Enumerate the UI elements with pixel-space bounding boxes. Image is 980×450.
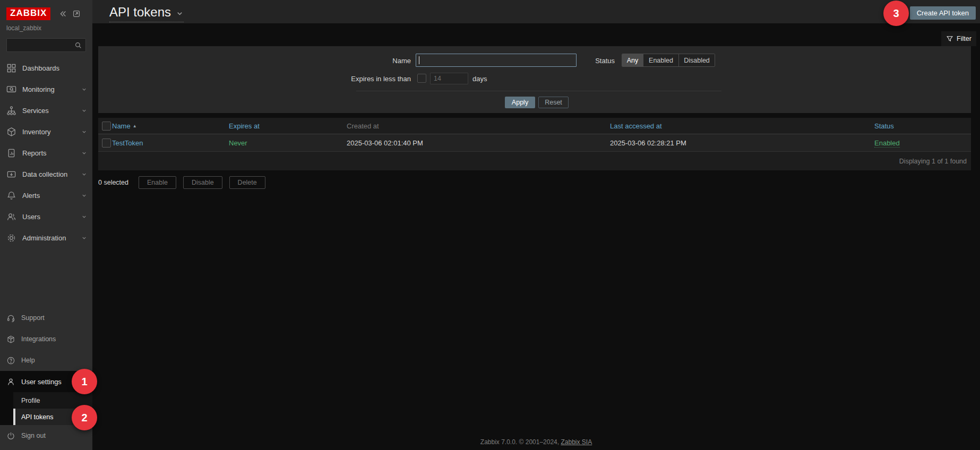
dashboards-icon [6, 63, 16, 73]
bulk-action-bar: 0 selected Enable Disable Delete [98, 176, 272, 189]
collapse-sidebar-icon[interactable] [58, 9, 67, 19]
sidebar-search[interactable] [6, 38, 86, 52]
page-title: API tokens [109, 5, 171, 20]
status-option-any[interactable]: Any [622, 54, 643, 66]
filter-tab[interactable]: Filter [941, 31, 976, 46]
expires-days-input[interactable]: 14 [430, 73, 468, 84]
token-name-link[interactable]: TestToken [112, 139, 143, 147]
sidebar-item-dashboards[interactable]: Dashboards [0, 57, 92, 79]
sidebar-item-users[interactable]: Users [0, 206, 92, 227]
sidebar-item-label: Sign out [21, 432, 46, 439]
data-collection-icon [6, 169, 16, 179]
chevron-down-icon [81, 150, 87, 156]
sidebar-item-label: Users [22, 213, 40, 221]
column-header-name[interactable]: Name [112, 122, 131, 130]
sidebar-item-inventory[interactable]: Inventory [0, 121, 92, 142]
sidebar-item-label: Integrations [21, 335, 56, 343]
sidebar-item-administration[interactable]: Administration [0, 227, 92, 248]
expires-filter-label: Expires in less than [305, 75, 411, 83]
status-option-disabled[interactable]: Disabled [679, 54, 715, 66]
sidebar-item-label: Monitoring [22, 85, 55, 93]
sidebar-item-help[interactable]: Help [0, 350, 92, 371]
row-checkbox[interactable] [102, 139, 111, 148]
step-badge-2: 2 [72, 405, 97, 430]
status-filter-label: Status [562, 57, 615, 65]
chevron-down-icon [81, 235, 87, 241]
sidebar-item-label: Alerts [22, 192, 40, 200]
column-header-created-at: Created at [347, 122, 379, 130]
sign-out-icon [6, 431, 15, 440]
zabbix-sia-link[interactable]: Zabbix SIA [561, 438, 592, 446]
sidebar-item-support[interactable]: Support [0, 307, 92, 328]
page-footer: Zabbix 7.0.0. © 2001–2024, Zabbix SIA [92, 438, 980, 446]
create-api-token-button[interactable]: Create API token [910, 6, 976, 20]
filter-tab-label: Filter [957, 35, 972, 42]
status-option-enabled[interactable]: Enabled [643, 54, 679, 66]
enable-button[interactable]: Enable [139, 176, 176, 189]
sidebar-item-integrations[interactable]: Integrations [0, 328, 92, 350]
secondary-menu: Support Integrations Help [0, 307, 92, 371]
support-icon [6, 314, 15, 323]
sidebar-item-label: Help [21, 357, 35, 364]
sidebar-item-reports[interactable]: Reports [0, 142, 92, 163]
services-icon [6, 106, 16, 116]
name-filter-input[interactable] [416, 54, 577, 67]
integrations-icon [6, 335, 15, 344]
sidebar-item-alerts[interactable]: Alerts [0, 185, 92, 206]
sidebar-item-data-collection[interactable]: Data collection [0, 163, 92, 185]
sidebar-item-label: Services [22, 107, 49, 115]
users-icon [6, 212, 16, 222]
search-input[interactable] [7, 41, 74, 49]
footer-version-text: Zabbix 7.0.0. © 2001–2024, [480, 438, 561, 446]
sort-ascending-icon: ▲ [133, 124, 137, 128]
table-summary: Displaying 1 of 1 found [98, 152, 971, 170]
sidebar-item-label: Support [21, 314, 45, 322]
sidebar-item-services[interactable]: Services [0, 100, 92, 121]
step-badge-3: 3 [883, 1, 909, 26]
reset-button[interactable]: Reset [538, 97, 569, 108]
filter-divider [356, 91, 721, 91]
expires-unit-label: days [472, 75, 504, 83]
alerts-icon [6, 191, 16, 201]
name-filter-label: Name [358, 57, 411, 65]
active-indicator [13, 409, 15, 425]
column-header-expires-at[interactable]: Expires at [229, 122, 260, 130]
help-icon [6, 356, 15, 365]
sidebar-item-label: Dashboards [22, 64, 59, 72]
sidebar-item-label: Profile [21, 397, 40, 404]
column-header-status[interactable]: Status [874, 122, 894, 130]
hide-sidebar-icon[interactable] [72, 9, 81, 19]
selected-count: 0 selected [98, 179, 128, 186]
filter-panel: Name Status Any Enabled Disabled Expires… [98, 46, 971, 113]
table-row: TestToken Never 2025-03-06 02:01:40 PM 2… [98, 134, 971, 152]
select-all-checkbox[interactable] [102, 122, 111, 131]
inventory-icon [6, 127, 16, 137]
disable-button[interactable]: Disable [183, 176, 222, 189]
server-name: local_zabbix [0, 20, 92, 32]
sidebar-item-label: Data collection [22, 170, 67, 178]
administration-icon [6, 233, 16, 243]
sidebar-item-label: User settings [21, 378, 62, 386]
column-header-last-accessed-at[interactable]: Last accessed at [610, 122, 662, 130]
chevron-down-icon [81, 171, 87, 177]
token-created-at: 2025-03-06 02:01:40 PM [347, 139, 423, 147]
logo-row: ZABBIX [0, 0, 92, 20]
token-last-accessed-at: 2025-03-06 02:28:21 PM [610, 139, 686, 147]
chevron-down-icon [81, 129, 87, 135]
main-menu: Dashboards Monitoring Services Inventory… [0, 57, 92, 248]
user-settings-icon [6, 377, 15, 386]
apply-button[interactable]: Apply [505, 97, 535, 108]
expires-filter-checkbox[interactable] [417, 74, 426, 83]
delete-button[interactable]: Delete [229, 176, 265, 189]
chevron-down-icon [81, 214, 87, 220]
monitoring-icon [6, 84, 16, 94]
chevron-down-icon [81, 108, 87, 114]
zabbix-logo[interactable]: ZABBIX [6, 7, 50, 20]
token-status-toggle[interactable]: Enabled [874, 139, 900, 148]
search-icon[interactable] [74, 41, 82, 49]
page-title-menu[interactable]: API tokens [109, 5, 184, 22]
filter-icon [946, 35, 953, 42]
reports-icon [6, 148, 16, 158]
sidebar-item-monitoring[interactable]: Monitoring [0, 79, 92, 100]
status-filter-segmented: Any Enabled Disabled [622, 54, 715, 67]
